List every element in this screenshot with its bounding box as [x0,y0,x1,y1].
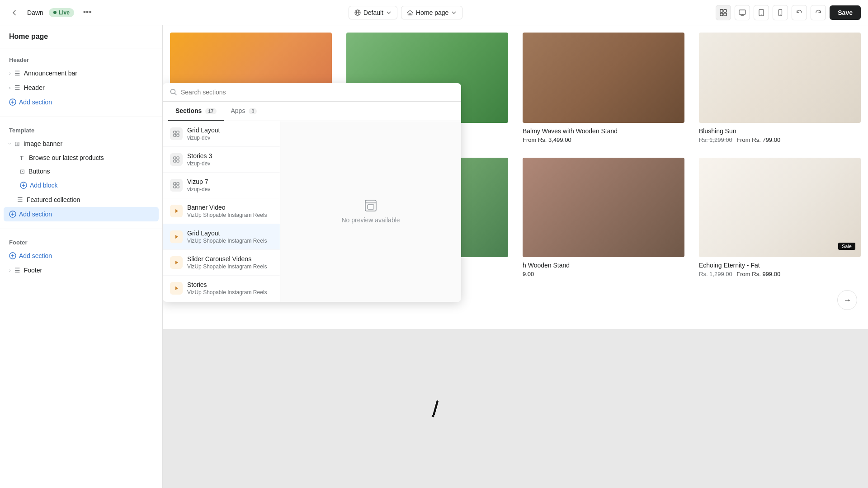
home-page-select[interactable]: Home page [401,6,462,19]
section-item-stories[interactable]: Stories VizUp Shopable Instagram Reels [163,276,280,301]
section-icon: ☰ [17,196,23,203]
sidebar-item-announcement-bar[interactable]: › ☰ Announcement bar [0,66,162,80]
header-add-section-button[interactable]: Add section [0,95,162,109]
section-item-stories-3[interactable]: Stories 3 vizup-dev [163,147,280,173]
section-item-slider-carousel[interactable]: Slider Carousel Videos VizUp Shopable In… [163,250,280,276]
svg-rect-6 [720,13,723,16]
section-popup[interactable]: Sections 17 Apps 8 [163,83,461,302]
add-block-button[interactable]: Add block [0,178,162,192]
product-card-8: Sale Echoing Eternity - Fat Rs. 1,299.00… [692,150,868,285]
search-input[interactable] [181,89,454,96]
undo-button[interactable] [792,5,807,20]
section-item-vizup-7[interactable]: Vizup 7 vizup-dev [163,173,280,198]
desktop-view-button[interactable] [735,5,750,20]
next-arrow-button[interactable]: → [837,290,857,310]
chevron-icon: › [9,267,11,273]
product-price-4: Rs. 1,299.00 From Rs. 799.00 [699,136,861,143]
back-button[interactable] [7,5,22,20]
section-item-grid-layout-1[interactable]: Grid Layout vizup-dev [163,121,280,147]
selection-tool-button[interactable] [716,5,731,20]
popup-body: Grid Layout vizup-dev Stories 3 vizu [163,121,461,302]
svg-rect-40 [177,186,179,188]
sidebar-item-footer[interactable]: › ☰ Footer [0,263,162,277]
section-item-icon [170,153,183,166]
product-name-3: Balmy Waves with Wooden Stand [523,127,684,135]
save-button[interactable]: Save [830,5,861,20]
sidebar: Home page Header › ☰ Announcement bar › … [0,25,163,488]
svg-rect-30 [177,131,179,133]
svg-marker-44 [175,286,178,290]
sidebar-subitem-browse[interactable]: T Browse our latest products [0,151,162,164]
live-badge: Live [49,8,74,17]
svg-rect-35 [174,160,176,162]
svg-rect-5 [724,9,726,12]
no-preview: No preview available [341,199,400,224]
canvas: Art Chills Rs. 1,299.00 From Rs. 799.00 … [163,25,868,488]
tab-sections[interactable]: Sections 17 [168,102,224,121]
svg-rect-38 [177,183,179,185]
section-item-banner-video[interactable]: Banner Video VizUp Shopable Instagram Re… [163,198,280,224]
plus-circle-icon-2 [20,182,27,189]
section-item-text: Banner Video VizUp Shopable Instagram Re… [187,204,273,218]
tabs-bar: Sections 17 Apps 8 [163,102,461,121]
chevron-down-icon [386,10,392,15]
header-section-label: Header [0,54,162,66]
section-item-icon [170,205,183,217]
svg-rect-39 [174,186,176,188]
store-name: Dawn [27,9,43,16]
tablet-view-button[interactable] [754,5,769,20]
plus-circle-icon-4 [9,252,16,259]
product-image-7 [523,158,684,257]
sidebar-item-featured-collection[interactable]: ☰ Featured collection [0,192,162,207]
pen-cursor [424,397,447,422]
svg-marker-42 [175,235,178,239]
section-item-grid-layout-2[interactable]: Grid Layout VizUp Shopable Instagram Ree… [163,224,280,250]
section-item-text: Vizup 7 vizup-dev [187,178,273,192]
sidebar-item-header[interactable]: › ☰ Header [0,80,162,95]
chevron-down-icon-2 [451,10,457,15]
svg-rect-7 [724,13,726,16]
preview-area: No preview available [280,121,461,302]
section-item-icon [170,230,183,243]
template-add-section-button[interactable]: Add section [4,207,159,221]
sections-count-badge: 17 [205,108,216,114]
sidebar-section-header: Header › ☰ Announcement bar › ☰ Header A… [0,48,162,115]
selection-icon [720,9,727,16]
topbar-right: Save [716,5,861,20]
plus-circle-icon [9,99,16,106]
product-image-3 [523,33,684,123]
more-button[interactable]: ••• [80,6,95,19]
section-item-text: Grid Layout VizUp Shopable Instagram Ree… [187,230,273,244]
plus-circle-icon-3 [9,211,16,218]
no-preview-label: No preview available [341,216,400,224]
mobile-icon [777,9,784,16]
tablet-icon [758,9,765,16]
svg-rect-36 [177,160,179,162]
redo-icon [815,9,822,16]
topbar-left: Dawn Live ••• [7,5,95,20]
mobile-view-button[interactable] [773,5,788,20]
default-select[interactable]: Default [349,6,397,19]
sale-badge: Sale [838,243,855,250]
chevron-icon: › [9,85,11,90]
topbar: Dawn Live ••• Default Home page [0,0,868,25]
chevron-icon: › [7,143,13,145]
product-name-7: h Wooden Stand [523,262,684,269]
sidebar-subitem-buttons[interactable]: ⊡ Buttons [0,164,162,178]
redo-button[interactable] [811,5,826,20]
product-name-4: Blushing Sun [699,127,861,135]
product-price-7: 9.00 [523,271,684,277]
product-name-8: Echoing Eternity - Fat [699,262,861,269]
svg-rect-32 [177,134,179,136]
search-icon [170,89,177,96]
section-list: Grid Layout vizup-dev Stories 3 vizu [163,121,280,302]
sidebar-item-image-banner[interactable]: › ⊞ Image banner [0,136,162,151]
section-icon: ⊞ [14,140,20,147]
template-section-label: Template [0,124,162,136]
tab-apps[interactable]: Apps 8 [224,102,264,121]
chevron-icon: › [9,70,11,76]
footer-add-section-button[interactable]: Add section [0,249,162,263]
section-icon: ☰ [14,84,20,91]
footer-section-label: Footer [0,236,162,249]
sidebar-title: Home page [0,25,162,48]
